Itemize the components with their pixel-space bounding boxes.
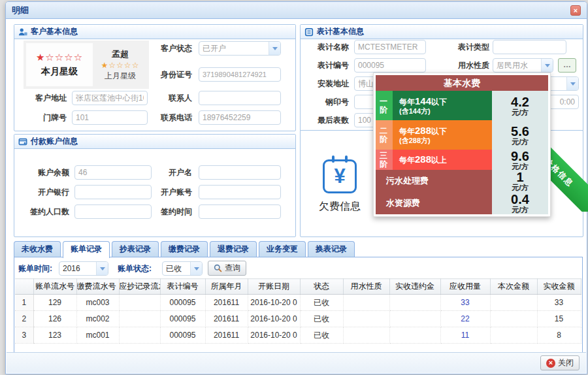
tab-strip: 未收水费账单记录抄表记录缴费记录退费记录业务变更换表记录	[14, 241, 355, 257]
meter-no-field[interactable]	[354, 58, 426, 73]
arrears-label: 欠费信息	[306, 200, 374, 214]
meter-type-field[interactable]	[493, 40, 566, 54]
table-cell: 8	[537, 327, 581, 344]
customer-address-field[interactable]	[72, 91, 148, 105]
table-row[interactable]: 2126mc0020000952016112016-10-20 0已收2215	[15, 311, 581, 327]
column-header-用水性质[interactable]: 用水性质	[343, 279, 389, 295]
tier-badge: 二阶	[376, 120, 393, 150]
meter-name-field[interactable]	[354, 40, 426, 54]
column-header-应收用量[interactable]: 应收用量	[440, 279, 490, 295]
column-header-表计编号[interactable]: 表计编号	[160, 279, 205, 295]
bank-label: 开户银行	[20, 185, 69, 199]
column-header-状态[interactable]: 状态	[300, 279, 343, 295]
payment-panel-header: 付款账户信息	[14, 135, 295, 149]
last-rating-label: 上月星级	[105, 71, 136, 82]
rating-block: ★☆☆☆☆ 本月星级 孟超 ★☆☆☆☆ 上月星级	[24, 41, 149, 89]
account-name-field[interactable]	[199, 165, 281, 180]
column-header-开账日期[interactable]: 开账日期	[248, 279, 300, 295]
customer-panel: 客户基本信息 ★☆☆☆☆ 本月星级 孟超 ★☆☆☆☆ 上月星级 客户状态 已开户…	[14, 24, 296, 131]
table-cell	[490, 295, 537, 311]
account-no-field[interactable]	[199, 185, 281, 199]
water-usage-select[interactable]: 居民用水	[493, 58, 553, 73]
table-cell: 已收	[300, 311, 343, 327]
table-cell: 129	[33, 295, 76, 311]
customer-panel-title: 客户基本信息	[31, 26, 78, 37]
install-address-label: 安装地址	[306, 76, 349, 91]
payment-panel: 付款账户信息 账户余额 开户名 开户银行 开户账号 签约人口数 签约时间	[14, 134, 296, 237]
table-cell: mc002	[76, 311, 119, 327]
last-stars-icon: ★☆☆☆☆	[101, 61, 140, 70]
price-extra-row: 污水处理费1元/方	[376, 170, 548, 192]
dialog-close-icon[interactable]: ×	[570, 5, 581, 16]
usage-more-button[interactable]: …	[558, 58, 576, 73]
column-header-实收违约金[interactable]: 实收违约金	[389, 279, 440, 295]
customer-status-label: 客户状态	[150, 41, 192, 56]
tier-price: 9.6元/方	[492, 150, 548, 170]
tier-desc: 每年288以上	[393, 150, 492, 170]
tab-账单记录[interactable]: 账单记录	[63, 241, 110, 258]
account-no-label: 开户账号	[150, 185, 192, 199]
table-cell	[490, 327, 537, 344]
column-header-rownum[interactable]	[15, 279, 33, 295]
tab-缴费记录[interactable]: 缴费记录	[161, 241, 208, 257]
extra-fee-label: 水资源费	[376, 192, 492, 214]
tab-未收水费[interactable]: 未收水费	[14, 241, 61, 257]
table-cell: 已收	[300, 327, 343, 344]
column-header-实收金额[interactable]: 实收金额	[537, 279, 581, 295]
billing-tab-body: 账单时间: 2016 账单状态: 已收 查询 账单流水号缴费流水号应抄记录流水表…	[14, 257, 583, 353]
balance-field[interactable]	[74, 165, 152, 180]
close-circle-icon: ×	[546, 359, 555, 368]
tab-抄表记录[interactable]: 抄表记录	[112, 241, 159, 257]
meter-panel-header: 表计基本信息	[301, 25, 583, 39]
bill-time-select[interactable]: 2016	[59, 261, 108, 276]
dialog-titlebar: 明细 ×	[6, 2, 587, 19]
tab-换表记录[interactable]: 换表记录	[308, 241, 355, 257]
table-cell	[389, 311, 440, 327]
table-cell: 2016-10-20 0	[248, 311, 300, 327]
price-popup: 基本水费 一阶每年144以下(含144方)4.2元/方二阶每年288以下(含28…	[373, 73, 551, 217]
tab-退费记录[interactable]: 退费记录	[210, 241, 257, 257]
current-rating-label: 本月星级	[41, 66, 78, 78]
last-rating: 孟超 ★☆☆☆☆ 上月星级	[94, 43, 146, 86]
population-field[interactable]	[74, 204, 152, 219]
table-cell: 201611	[205, 311, 248, 327]
customer-status-select[interactable]: 已开户	[199, 41, 281, 56]
close-button[interactable]: × 关闭	[540, 355, 580, 370]
id-number-field[interactable]	[199, 67, 281, 82]
tier-desc: 每年144以下(含144方)	[393, 91, 492, 120]
column-header-账单流水号[interactable]: 账单流水号	[33, 279, 76, 295]
payment-panel-title: 付款账户信息	[31, 136, 78, 147]
sign-time-field[interactable]	[199, 204, 281, 219]
table-cell: 2016-10-20 0	[248, 327, 300, 344]
yuan-calendar-icon: ¥	[323, 159, 357, 193]
water-usage-label: 用水性质	[448, 58, 489, 73]
meter-type-label: 表计类型	[448, 40, 489, 54]
contact-field[interactable]	[199, 91, 281, 105]
column-header-本次金额[interactable]: 本次金额	[490, 279, 537, 295]
bill-status-select[interactable]: 已收	[162, 261, 203, 276]
last-reading-label: 最后表数	[306, 113, 349, 127]
tab-业务变更[interactable]: 业务变更	[259, 241, 306, 257]
account-name-label: 开户名	[150, 165, 192, 180]
tier-badge: 三阶	[376, 150, 393, 170]
table-row[interactable]: 3123mc0010000952016112016-10-20 0已收118	[15, 327, 581, 344]
phone-label: 联系电话	[150, 110, 192, 125]
column-header-应抄记录流水[interactable]: 应抄记录流水	[119, 279, 160, 295]
table-cell	[119, 295, 160, 311]
table-cell: mc003	[76, 295, 119, 311]
bank-field[interactable]	[74, 185, 152, 199]
door-number-field[interactable]	[72, 110, 148, 125]
table-cell: 33	[537, 295, 581, 311]
phone-field[interactable]	[199, 110, 281, 125]
chevron-down-icon	[541, 59, 553, 72]
table-row[interactable]: 1129mc0030000952016112016-10-20 0已收3333	[15, 295, 581, 311]
extra-fee-price: 1元/方	[492, 170, 548, 192]
column-header-所属年月[interactable]: 所属年月	[205, 279, 248, 295]
dialog-title: 明细	[12, 5, 29, 16]
query-button[interactable]: 查询	[208, 261, 246, 276]
table-cell: 201611	[205, 295, 248, 311]
table-cell: 2016-10-20 0	[248, 295, 300, 311]
column-header-缴费流水号[interactable]: 缴费流水号	[76, 279, 119, 295]
table-cell: 2	[15, 311, 33, 327]
table-cell: 33	[440, 295, 490, 311]
